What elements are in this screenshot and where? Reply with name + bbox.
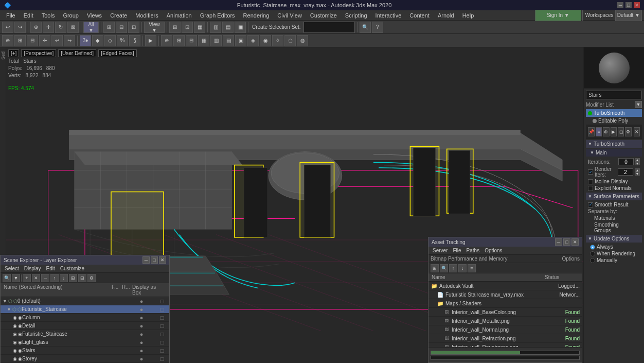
se-tb-search[interactable]: 🔍: [3, 274, 11, 282]
se-tb-down[interactable]: ↓: [60, 274, 68, 282]
menu-help[interactable]: Help: [458, 11, 478, 20]
toolbar2-extra9[interactable]: ◉: [260, 35, 271, 46]
toolbar2-extra8[interactable]: ◈: [247, 35, 259, 46]
at-menu-options[interactable]: Options: [482, 248, 504, 253]
name-header[interactable]: Name (Sorted Ascending): [3, 284, 111, 296]
always-radio[interactable]: [590, 245, 595, 250]
render-iters-up[interactable]: ▲: [635, 168, 640, 172]
at-menu-server[interactable]: Server: [431, 248, 450, 253]
when-rendering-radio[interactable]: [590, 251, 595, 256]
sign-in-button[interactable]: Sign In ▼: [535, 10, 581, 21]
menu-content[interactable]: Content: [405, 11, 434, 20]
asset-row-metallic[interactable]: 🖼 Interior_wall_Metallic.png Found: [428, 317, 582, 325]
toolbar2-mode2[interactable]: ◆: [92, 35, 103, 46]
toolbar2-extra11[interactable]: ◌: [284, 35, 296, 46]
menu-file[interactable]: File: [2, 11, 20, 20]
explorer-row-fs2[interactable]: ◉ ◉ Futuristic_Staircase ● □: [1, 330, 169, 338]
explorer-row-0default[interactable]: ▼ ⬡ ⬡ 0 (default) ● □: [1, 297, 169, 305]
rotate-btn[interactable]: ↻: [55, 22, 66, 33]
asset-row-maps[interactable]: 📁 Maps / Shaders: [428, 299, 582, 308]
render-iters-input[interactable]: [618, 168, 633, 176]
se-menu-edit[interactable]: Edit: [44, 266, 57, 271]
isoline-checkbox[interactable]: [588, 179, 593, 184]
asset-row-vault[interactable]: 📁 Autodesk Vault Logged...: [428, 282, 582, 290]
explorer-row-storey[interactable]: ◉ ◉ Storey ● □: [1, 355, 169, 363]
selection-set-input[interactable]: [303, 22, 355, 33]
all-btn[interactable]: All ▼: [83, 22, 99, 33]
toolbar2-mode5[interactable]: §: [129, 35, 140, 46]
default-workspace-button[interactable]: Default ▼: [615, 10, 642, 21]
disp-tab[interactable]: ◻: [618, 127, 624, 136]
asset-row-normal[interactable]: 🖼 Interior_wall_Normal.png Found: [428, 325, 582, 334]
smooth-result-checkbox[interactable]: [588, 202, 593, 208]
ribbon-btn[interactable]: ▤: [222, 22, 234, 33]
surface-params-section[interactable]: ▼ Surface Parameters: [586, 193, 642, 200]
explorer-row-lightglass[interactable]: ◉ ◉ Light_glass ● □: [1, 338, 169, 347]
iterations-down[interactable]: ▼: [635, 162, 640, 165]
layers-btn[interactable]: ▥: [210, 22, 221, 33]
menu-views[interactable]: Views: [83, 11, 106, 20]
se-menu-customize[interactable]: Customize: [58, 266, 86, 271]
menu-civil-view[interactable]: Civil View: [273, 11, 306, 20]
menu-graph-editors[interactable]: Graph Editors: [196, 11, 239, 20]
array-btn[interactable]: ▦: [194, 22, 205, 33]
se-tb-settings[interactable]: ⚙: [87, 274, 96, 282]
render-iters-checkbox[interactable]: [588, 169, 593, 175]
quad-btn[interactable]: ▣: [235, 22, 246, 33]
mod-tab[interactable]: ≡: [596, 127, 602, 136]
asset-row-maxfile[interactable]: 📄 Futuristic Staircase max_vray.max Netw…: [428, 290, 582, 299]
toolbar2-extra10[interactable]: ◊: [272, 35, 283, 46]
se-tb-del[interactable]: ✕: [32, 274, 40, 282]
explorer-row-stairs[interactable]: ◉ ◉ Stairs ● □: [1, 347, 169, 355]
toolbar2-extra12[interactable]: ◍: [297, 35, 308, 46]
iterations-up[interactable]: ▲: [635, 158, 640, 162]
at-tb-1[interactable]: ⊞: [431, 264, 439, 272]
asset-row-refraction[interactable]: 🖼 Interior_wall_Refraction.png Found: [428, 334, 582, 343]
at-tb-4[interactable]: ↓: [458, 264, 467, 272]
vp-tag-perspective[interactable]: [Perspective]: [21, 49, 56, 57]
minimize-button[interactable]: ─: [617, 2, 623, 8]
toolbar2-btn4[interactable]: ✛: [39, 35, 50, 46]
at-menu-paths[interactable]: Paths: [464, 248, 482, 253]
at-minimize[interactable]: ─: [555, 238, 562, 246]
redo-button[interactable]: ↪: [14, 22, 26, 33]
pin-tab[interactable]: 📌: [588, 127, 595, 136]
explorer-row-staircase[interactable]: ▼ ⬡ ⬡ Futuristic_Staircase ● □: [1, 305, 169, 314]
at-tb-3[interactable]: ↑: [449, 264, 457, 272]
asset-row-basecolor[interactable]: 🖼 Interior_wall_BaseColor.png Found: [428, 308, 582, 317]
se-menu-select[interactable]: Select: [3, 266, 21, 271]
toolbar2-extra5[interactable]: ▥: [210, 35, 222, 46]
turbosmooth-modifier[interactable]: TurboSmooth: [586, 109, 642, 117]
at-menu-file[interactable]: File: [451, 248, 463, 253]
at-maximize[interactable]: □: [563, 238, 570, 246]
explicit-checkbox[interactable]: [588, 186, 593, 191]
se-close[interactable]: ✕: [159, 256, 166, 264]
toolbar2-extra6[interactable]: ▤: [223, 35, 234, 46]
r2-header[interactable]: R...: [121, 284, 131, 296]
vp-tag-user-defined[interactable]: [User Defined]: [58, 49, 96, 57]
explorer-row-detail[interactable]: ◉ ◉ Detail ● □: [1, 322, 169, 330]
explorer-row-column[interactable]: ◉ ◉ Column ● □: [1, 314, 169, 322]
turbosmooth-section[interactable]: ▼ TurboSmooth: [586, 140, 642, 148]
manually-radio[interactable]: [590, 258, 595, 263]
menu-customize[interactable]: Customize: [306, 11, 341, 20]
help-btn[interactable]: ?: [372, 22, 383, 33]
maximize-button[interactable]: □: [625, 2, 632, 8]
toolbar2-btn2[interactable]: ⊞: [14, 35, 26, 46]
se-tb-expand[interactable]: ⊞: [69, 274, 77, 282]
se-tb-collapse[interactable]: ⊟: [78, 274, 86, 282]
move-btn[interactable]: ✛: [43, 22, 54, 33]
se-maximize[interactable]: □: [151, 256, 158, 264]
menu-modifiers[interactable]: Modifiers: [131, 11, 163, 20]
at-close[interactable]: ✕: [571, 238, 579, 246]
motion-tab[interactable]: ▶: [611, 127, 617, 136]
se-tb-move[interactable]: →: [41, 274, 49, 282]
toolbar2-btn5[interactable]: ↩: [51, 35, 63, 46]
view-btn[interactable]: View ▼: [144, 22, 165, 33]
modifier-list-dropdown[interactable]: ▼: [635, 101, 642, 108]
menu-create[interactable]: Create: [106, 11, 131, 20]
hier-tab[interactable]: ⊕: [603, 127, 609, 136]
scale-btn[interactable]: ⊠: [67, 22, 79, 33]
toolbar2-btn6[interactable]: ↪: [64, 35, 75, 46]
toolbar2-btn3[interactable]: ⊟: [27, 35, 38, 46]
